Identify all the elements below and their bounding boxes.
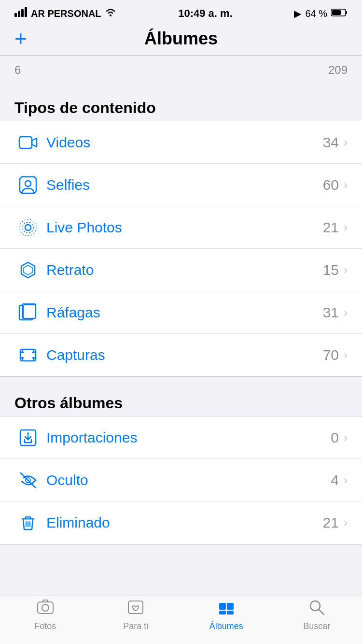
other-albums-title: Otros álbumes	[0, 386, 362, 416]
list-item-retrato[interactable]: Retrato 15 ›	[0, 249, 362, 291]
videos-count: 34	[323, 134, 339, 151]
capturas-count: 70	[323, 347, 339, 363]
oculto-icon	[14, 471, 42, 490]
importaciones-icon	[14, 428, 42, 447]
tab-para-ti[interactable]: Para ti	[97, 599, 174, 631]
list-item-rafagas[interactable]: Ráfagas 31 ›	[0, 291, 362, 334]
content-types-list: Videos 34 › Selfies 60 ›	[0, 121, 362, 377]
svg-rect-6	[346, 11, 347, 14]
carrier-label: AR PERSONAL	[31, 8, 101, 19]
list-item-live-photos[interactable]: Live Photos 21 ›	[0, 206, 362, 249]
rafagas-count: 31	[323, 304, 339, 321]
tab-fotos[interactable]: Fotos	[7, 599, 84, 631]
live-photos-chevron: ›	[344, 221, 348, 234]
fotos-tab-icon	[37, 599, 54, 619]
count-right: 209	[328, 63, 348, 77]
svg-rect-1	[18, 11, 20, 17]
live-photos-count: 21	[323, 219, 339, 236]
retrato-chevron: ›	[344, 263, 348, 277]
other-albums-list: Importaciones 0 › Oculto 4 ›	[0, 416, 362, 544]
list-item-importaciones[interactable]: Importaciones 0 ›	[0, 416, 362, 459]
oculto-chevron: ›	[344, 473, 348, 487]
oculto-label: Oculto	[46, 472, 331, 488]
page-title: Álbumes	[43, 29, 319, 49]
selfies-count: 60	[323, 177, 339, 193]
content-types-section: Tipos de contenido Videos 34 ›	[0, 91, 362, 377]
albumes-tab-label: Álbumes	[209, 621, 243, 631]
status-right: ▶ 64 %	[294, 7, 348, 20]
svg-point-4	[110, 14, 111, 16]
battery-icon	[331, 7, 348, 20]
svg-point-13	[20, 219, 36, 236]
videos-label: Videos	[46, 134, 323, 151]
svg-point-11	[25, 225, 31, 230]
svg-rect-20	[38, 602, 53, 614]
selfies-chevron: ›	[344, 178, 348, 192]
tab-buscar[interactable]: Buscar	[278, 599, 355, 631]
content-types-title: Tipos de contenido	[0, 91, 362, 121]
rafagas-chevron: ›	[344, 306, 348, 319]
retrato-label: Retrato	[46, 262, 323, 278]
svg-rect-0	[14, 13, 17, 17]
wifi-icon	[104, 7, 117, 20]
eliminado-icon	[14, 513, 42, 532]
importaciones-label: Importaciones	[46, 429, 331, 446]
main-content: 6 209 Tipos de contenido Videos 34 ›	[0, 56, 362, 598]
status-left: AR PERSONAL	[14, 7, 117, 20]
status-bar: AR PERSONAL 10:49 a. m. ▶ 64 %	[0, 0, 362, 24]
retrato-count: 15	[323, 262, 339, 278]
rafagas-label: Ráfagas	[46, 304, 323, 321]
svg-rect-24	[227, 603, 234, 610]
oculto-count: 4	[331, 472, 339, 488]
eliminado-label: Eliminado	[46, 515, 323, 531]
buscar-tab-icon	[308, 599, 325, 619]
svg-rect-2	[21, 9, 24, 17]
para-ti-tab-label: Para ti	[123, 621, 148, 631]
svg-point-27	[310, 601, 320, 611]
tab-bar: Fotos Para ti Álbumes	[0, 596, 362, 644]
videos-icon	[14, 133, 42, 152]
svg-rect-16	[23, 305, 36, 318]
selfies-label: Selfies	[46, 177, 323, 193]
svg-point-12	[23, 222, 33, 233]
live-photos-label: Live Photos	[46, 219, 323, 236]
live-photos-icon	[14, 218, 42, 237]
count-left: 6	[14, 63, 21, 77]
location-icon: ▶	[294, 8, 301, 19]
other-albums-section: Otros álbumes Importaciones 0 ›	[0, 386, 362, 544]
importaciones-count: 0	[331, 429, 339, 446]
svg-rect-7	[332, 10, 341, 15]
svg-rect-26	[227, 611, 234, 615]
signal-icon	[14, 7, 28, 20]
count-row: 6 209	[0, 56, 362, 82]
tab-albumes[interactable]: Álbumes	[188, 599, 265, 631]
capturas-chevron: ›	[344, 348, 348, 362]
nav-bar: + Álbumes	[0, 24, 362, 56]
svg-rect-23	[219, 603, 226, 610]
add-button[interactable]: +	[14, 28, 43, 49]
eliminado-chevron: ›	[344, 516, 348, 530]
fotos-tab-label: Fotos	[34, 621, 56, 631]
svg-point-21	[42, 604, 49, 611]
status-time: 10:49 a. m.	[178, 7, 233, 20]
rafagas-icon	[14, 303, 42, 322]
videos-chevron: ›	[344, 136, 348, 149]
retrato-icon	[14, 260, 42, 280]
albumes-tab-icon	[218, 599, 235, 619]
svg-rect-3	[25, 7, 27, 17]
svg-point-10	[25, 181, 31, 186]
para-ti-tab-icon	[127, 599, 144, 619]
capturas-icon	[14, 345, 42, 365]
list-item-selfies[interactable]: Selfies 60 ›	[0, 164, 362, 206]
list-item-eliminado[interactable]: Eliminado 21 ›	[0, 501, 362, 544]
eliminado-count: 21	[323, 515, 339, 531]
list-item-capturas[interactable]: Capturas 70 ›	[0, 334, 362, 376]
list-item-videos[interactable]: Videos 34 ›	[0, 121, 362, 164]
svg-rect-8	[19, 137, 32, 148]
selfies-icon	[14, 175, 42, 195]
list-item-oculto[interactable]: Oculto 4 ›	[0, 459, 362, 501]
importaciones-chevron: ›	[344, 431, 348, 444]
svg-rect-25	[219, 611, 226, 615]
buscar-tab-label: Buscar	[303, 621, 330, 631]
capturas-label: Capturas	[46, 347, 323, 363]
